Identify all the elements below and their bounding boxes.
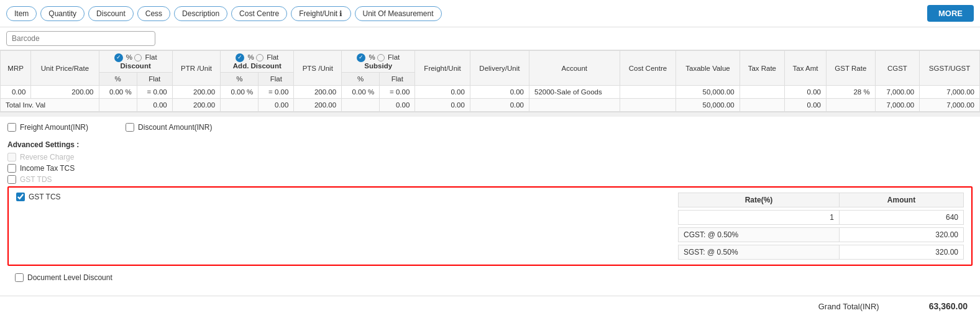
total-subsidy-flat: 0.00 <box>380 99 415 112</box>
col-tax-amt: Tax Amt <box>784 51 826 86</box>
total-cgst: 7,000.00 <box>875 99 920 112</box>
col-ptr-unit: PTR /Unit <box>172 51 220 86</box>
cell-add-discount-pct: 0.00 % <box>221 86 259 99</box>
col-taxable-value: Taxable Value <box>676 51 740 86</box>
col-subsidy-pct: % <box>342 73 380 86</box>
col-pts-unit: PTS /Unit <box>294 51 342 86</box>
rate-amount-values: 1 640 <box>678 210 964 225</box>
toolbar-btn-cost-centre[interactable]: Cost Centre <box>231 6 287 21</box>
freight-discount-row: Freight Amount(INR) Discount Amount(INR) <box>7 123 973 134</box>
col-unit-price-rate: Unit Price/Rate <box>31 51 99 86</box>
reverse-charge-row: Reverse Charge <box>7 153 973 161</box>
gst-tds-row: GST TDS <box>7 175 973 184</box>
cell-subsidy-pct: 0.00 % <box>342 86 380 99</box>
table-wrap: MRP Unit Price/Rate % Flat Discount PTR … <box>0 50 980 112</box>
cgst-label: CGST: @ 0.50% <box>678 227 840 242</box>
toolbar-btn-unit-of-measurement[interactable]: Unit Of Measurement <box>355 6 442 21</box>
col-delivery-unit: Delivery/Unit <box>470 51 529 86</box>
total-cost-centre <box>620 99 676 112</box>
cell-pts-unit: 200.00 <box>294 86 342 99</box>
total-delivery-unit: 0.00 <box>470 99 529 112</box>
discount-pct-checkbox[interactable] <box>114 53 123 62</box>
advanced-settings-label: Advanced Settings : <box>7 140 973 149</box>
total-discount-flat: 0.00 <box>137 99 172 112</box>
freight-amount-checkbox[interactable] <box>7 123 16 132</box>
gst-tcs-left: GST TCS <box>16 193 61 204</box>
settings-section: Freight Amount(INR) Discount Amount(INR)… <box>0 117 980 296</box>
total-tax-rate <box>740 99 784 112</box>
gst-tcs-label: GST TCS <box>29 193 61 201</box>
freight-amount-row: Freight Amount(INR) <box>7 123 88 132</box>
grand-total-value: 63,360.00 <box>929 301 968 311</box>
col-tax-rate: Tax Rate <box>740 51 784 86</box>
toolbar-btn-discount[interactable]: Discount <box>88 6 134 21</box>
income-tax-tcs-checkbox[interactable] <box>7 164 16 173</box>
toolbar-btn-cess[interactable]: Cess <box>137 6 170 21</box>
total-subsidy-pct <box>342 99 380 112</box>
gst-tcs-right: Rate(%) Amount 1 640 CGST: @ 0.50% 320.0… <box>678 193 964 260</box>
col-sgst-ugst: SGST/UGST <box>920 51 980 86</box>
sgst-label: SGST: @ 0.50% <box>678 245 840 260</box>
document-level-discount-checkbox[interactable] <box>15 273 24 282</box>
col-freight-unit: Freight/Unit <box>415 51 470 86</box>
grand-total-row: Grand Total(INR) 63,360.00 <box>0 296 980 316</box>
income-tax-tcs-label: Income Tax TCS <box>20 164 75 173</box>
cell-discount-flat: = 0.00 <box>137 86 172 99</box>
cell-cost-centre <box>620 86 676 99</box>
col-subsidy-group: % Flat Subsidy <box>342 51 415 73</box>
subsidy-flat-radio[interactable] <box>377 54 385 61</box>
horizontal-scrollbar[interactable] <box>0 112 980 117</box>
toolbar-btn-item[interactable]: Item <box>6 6 37 21</box>
add-discount-flat-radio[interactable] <box>256 54 263 61</box>
sgst-value: 320.00 <box>840 245 964 260</box>
total-add-discount-pct <box>221 99 259 112</box>
col-discount-pct: % <box>99 73 137 86</box>
total-gst-rate <box>827 99 876 112</box>
gst-tcs-checkbox[interactable] <box>16 193 25 201</box>
add-discount-pct-checkbox[interactable] <box>236 53 244 62</box>
cgst-value: 320.00 <box>840 227 964 242</box>
col-subsidy-flat: Flat <box>380 73 415 86</box>
toolbar-btn-description[interactable]: Description <box>174 6 227 21</box>
col-discount-flat: Flat <box>137 73 172 86</box>
barcode-input[interactable] <box>6 31 155 46</box>
gst-tcs-box: GST TCS Rate(%) Amount 1 640 CGST: @ 0.5… <box>7 186 973 266</box>
cell-sgst-ugst: 7,000.00 <box>920 86 980 99</box>
cell-discount-pct: 0.00 % <box>99 86 137 99</box>
total-add-discount-flat: 0.00 <box>259 99 294 112</box>
total-account <box>529 99 620 112</box>
amount-value: 640 <box>840 210 964 225</box>
reverse-charge-label: Reverse Charge <box>20 153 74 161</box>
toolbar-btn-quantity[interactable]: Quantity <box>40 6 85 21</box>
amount-header: Amount <box>840 193 964 207</box>
gst-tcs-check-row: GST TCS <box>16 193 61 201</box>
table-row: 0.00 200.00 0.00 % = 0.00 200.00 0.00 % … <box>1 86 980 99</box>
total-row: Total Inv. Val 0.00 200.00 0.00 200.00 0… <box>1 99 980 112</box>
more-button[interactable]: MORE <box>927 5 974 22</box>
total-taxable-value: 50,000.00 <box>676 99 740 112</box>
total-freight-unit: 0.00 <box>415 99 470 112</box>
cell-subsidy-flat: = 0.00 <box>380 86 415 99</box>
discount-flat-radio[interactable] <box>134 54 142 61</box>
freight-amount-label: Freight Amount(INR) <box>20 123 88 132</box>
cell-account: 52000-Sale of Goods <box>529 86 620 99</box>
cell-tax-rate <box>740 86 784 99</box>
gst-tds-checkbox[interactable] <box>7 175 16 184</box>
discount-amount-checkbox[interactable] <box>126 123 134 132</box>
col-cgst: CGST <box>875 51 920 86</box>
document-level-discount-row: Document Level Discount <box>7 268 973 287</box>
discount-amount-row: Discount Amount(INR) <box>126 123 212 132</box>
line-items-table: MRP Unit Price/Rate % Flat Discount PTR … <box>0 50 980 112</box>
toolbar-btn-freight-unit[interactable]: Freight/Unit ℹ <box>291 6 350 21</box>
cell-mrp: 0.00 <box>1 86 31 99</box>
toolbar: Item Quantity Discount Cess Description … <box>0 0 980 27</box>
col-cost-centre: Cost Centre <box>620 51 676 86</box>
sgst-row: SGST: @ 0.50% 320.00 <box>678 245 964 260</box>
col-gst-rate: GST Rate <box>827 51 876 86</box>
reverse-charge-checkbox[interactable] <box>7 153 16 161</box>
cell-delivery-unit: 0.00 <box>470 86 529 99</box>
subsidy-pct-checkbox[interactable] <box>357 53 365 62</box>
total-label: Total Inv. Val <box>1 99 99 112</box>
cell-unit-price-rate: 200.00 <box>31 86 99 99</box>
total-tax-amt: 0.00 <box>784 99 826 112</box>
